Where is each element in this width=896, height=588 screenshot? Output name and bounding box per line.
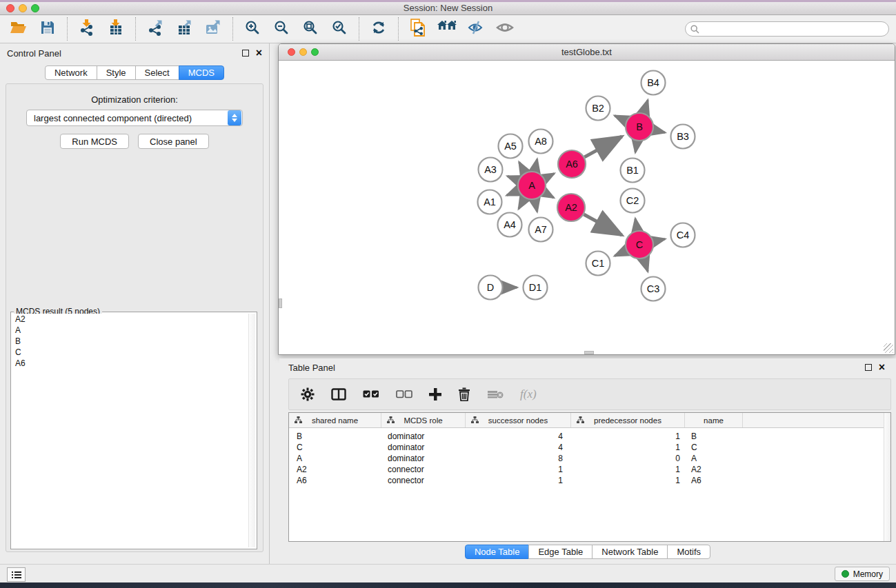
- network-node-C[interactable]: C: [626, 231, 653, 258]
- run-mcds-button[interactable]: Run MCDS: [60, 134, 129, 149]
- network-node-C1[interactable]: C1: [586, 252, 610, 276]
- split-columns-icon[interactable]: [331, 388, 346, 401]
- network-node-A4[interactable]: A4: [498, 213, 522, 237]
- add-column-icon[interactable]: [429, 388, 441, 401]
- network-window-titlebar[interactable]: testGlobe.txt: [279, 44, 895, 61]
- export-network-button[interactable]: [141, 17, 170, 41]
- gear-icon[interactable]: [301, 387, 315, 401]
- zoom-out-button[interactable]: [267, 17, 296, 41]
- network-node-C2[interactable]: C2: [621, 189, 645, 213]
- net-close-icon[interactable]: [288, 48, 295, 56]
- column-header-shared-name[interactable]: shared name: [289, 413, 381, 427]
- import-network-button[interactable]: [72, 17, 101, 41]
- edge-A-A5[interactable]: [519, 162, 525, 172]
- edge-A-A4[interactable]: [519, 198, 525, 209]
- deselect-all-icon[interactable]: [396, 390, 412, 398]
- eye-button[interactable]: [490, 17, 519, 41]
- export-image-button[interactable]: [199, 17, 228, 41]
- net-minimize-icon[interactable]: [299, 48, 307, 56]
- edge-A6-B[interactable]: [584, 136, 621, 157]
- network-node-A1[interactable]: A1: [478, 190, 502, 214]
- minimize-window-icon[interactable]: [19, 4, 27, 12]
- table-row[interactable]: A6connector11A6: [289, 475, 890, 486]
- table-row[interactable]: A2connector11A2: [289, 464, 890, 475]
- column-header-predecessor-nodes[interactable]: predecessor nodes: [571, 413, 685, 427]
- mcds-result-item[interactable]: C: [12, 347, 255, 358]
- edge-C-C2[interactable]: [635, 219, 637, 230]
- edge-A-A7[interactable]: [535, 200, 537, 212]
- network-node-B[interactable]: B: [626, 113, 653, 141]
- edge-B-B4[interactable]: [644, 100, 648, 113]
- tab-edge-table[interactable]: Edge Table: [528, 545, 593, 559]
- close-table-panel-icon[interactable]: ×: [879, 364, 885, 371]
- edge-A-A1[interactable]: [507, 191, 519, 196]
- network-node-B1[interactable]: B1: [621, 159, 645, 183]
- edge-B-B3[interactable]: [653, 130, 665, 133]
- zoom-fit-button[interactable]: [296, 17, 325, 41]
- delete-column-icon[interactable]: [458, 387, 470, 401]
- search-input[interactable]: [702, 23, 888, 35]
- edge-B-B2[interactable]: [615, 116, 626, 121]
- float-table-panel-icon[interactable]: [865, 364, 872, 371]
- edge-A-A3[interactable]: [508, 176, 519, 180]
- search-box[interactable]: [685, 21, 889, 37]
- save-session-button[interactable]: [33, 17, 62, 41]
- open-session-button[interactable]: [4, 17, 33, 41]
- zoom-window-icon[interactable]: [31, 4, 39, 12]
- task-history-button[interactable]: [7, 567, 26, 582]
- network-node-A8[interactable]: A8: [529, 130, 553, 154]
- criterion-select[interactable]: largest connected component (directed): [26, 110, 243, 126]
- network-node-A2[interactable]: A2: [557, 194, 585, 221]
- tab-motifs[interactable]: Motifs: [667, 545, 710, 559]
- edge-C-C3[interactable]: [644, 258, 648, 272]
- canvas-horizontal-scroll-thumb[interactable]: [584, 351, 594, 354]
- mcds-result-item[interactable]: A2: [12, 314, 255, 325]
- network-node-A7[interactable]: A7: [529, 218, 553, 242]
- column-header-name[interactable]: name: [685, 413, 743, 427]
- network-canvas[interactable]: AA1A2A3A4A5A6A7A8BB1B2B3B4CC1C2C3C4DD1: [279, 61, 895, 354]
- edge-C-C4[interactable]: [653, 239, 665, 242]
- zoom-in-button[interactable]: [238, 17, 267, 41]
- float-panel-icon[interactable]: [242, 50, 249, 57]
- hide-graphics-details-button[interactable]: [461, 17, 490, 41]
- network-node-A[interactable]: A: [518, 172, 546, 199]
- mcds-result-item[interactable]: A6: [12, 358, 255, 369]
- network-node-D1[interactable]: D1: [524, 276, 548, 300]
- table-scrollbar[interactable]: [884, 413, 890, 541]
- tab-mcds[interactable]: MCDS: [179, 65, 224, 80]
- tab-network-table[interactable]: Network Table: [592, 545, 668, 559]
- edge-A2-C[interactable]: [584, 214, 621, 235]
- window-resize-grip[interactable]: [884, 343, 893, 353]
- column-header-MCDS-role[interactable]: MCDS role: [381, 413, 466, 427]
- tab-network[interactable]: Network: [45, 65, 97, 80]
- network-node-A6[interactable]: A6: [558, 150, 586, 178]
- column-header-successor-nodes[interactable]: successor nodes: [466, 413, 571, 427]
- tab-select[interactable]: Select: [135, 65, 179, 80]
- memory-button[interactable]: Memory: [835, 567, 890, 581]
- zoom-selected-button[interactable]: [325, 17, 354, 41]
- tab-style[interactable]: Style: [97, 65, 136, 80]
- refresh-button[interactable]: [364, 17, 393, 41]
- close-panel-icon[interactable]: ×: [256, 50, 262, 57]
- tab-node-table[interactable]: Node Table: [465, 545, 530, 559]
- result-scrollbar[interactable]: [248, 314, 255, 547]
- table-row[interactable]: Adominator80A: [289, 453, 890, 464]
- network-node-C3[interactable]: C3: [641, 277, 666, 301]
- network-node-A5[interactable]: A5: [499, 134, 523, 159]
- home-overview-button[interactable]: [432, 17, 461, 41]
- table-row[interactable]: Bdominator41B: [289, 431, 890, 442]
- edge-A-A6[interactable]: [545, 174, 555, 179]
- network-node-B3[interactable]: B3: [671, 125, 695, 149]
- network-node-D[interactable]: D: [479, 276, 503, 300]
- edge-C-C1[interactable]: [615, 251, 626, 256]
- mcds-result-item[interactable]: A: [12, 325, 255, 336]
- table-row[interactable]: Cdominator41C: [289, 442, 890, 453]
- network-node-C4[interactable]: C4: [671, 223, 695, 247]
- close-panel-button[interactable]: Close panel: [138, 134, 209, 149]
- edge-A-A2[interactable]: [544, 192, 553, 198]
- net-zoom-icon[interactable]: [311, 48, 319, 56]
- network-node-B4[interactable]: B4: [641, 71, 666, 95]
- edge-B-B1[interactable]: [635, 141, 637, 152]
- network-node-A3[interactable]: A3: [479, 158, 503, 182]
- mcds-result-item[interactable]: B: [12, 336, 255, 347]
